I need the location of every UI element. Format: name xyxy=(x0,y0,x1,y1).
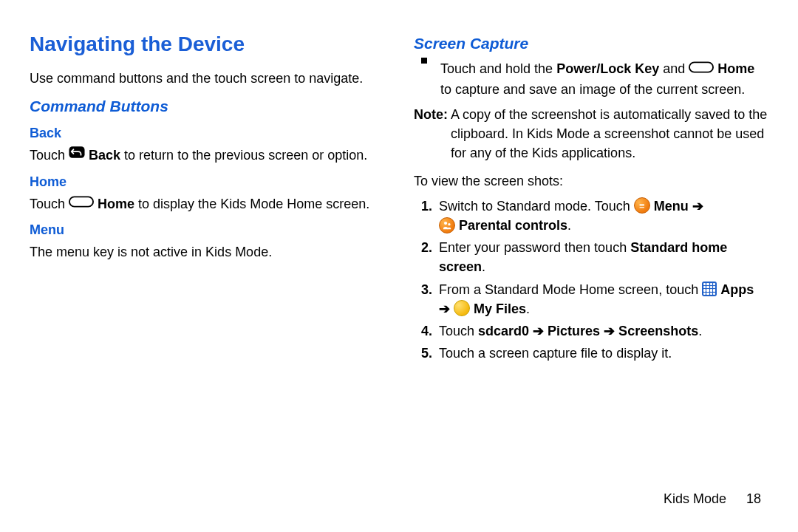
step-5: Touch a screen capture file to display i… xyxy=(436,344,768,363)
home-heading: Home xyxy=(30,172,384,191)
home-desc-pre: Touch xyxy=(30,197,69,211)
footer-section: Kids Mode xyxy=(664,491,726,506)
page-footer: Kids Mode 18 xyxy=(664,489,761,508)
menu-icon: ≡ xyxy=(634,197,650,214)
home-desc: Touch Home to display the Kids Mode Home… xyxy=(30,194,384,214)
note-block: Note: A copy of the screenshot is automa… xyxy=(414,105,768,163)
s1-pre: Switch to Standard mode. Touch xyxy=(439,199,634,214)
s4-pre: Touch xyxy=(439,324,478,338)
back-desc-pre: Touch xyxy=(30,148,69,163)
square-bullet-icon xyxy=(421,58,427,64)
to-view-label: To view the screen shots: xyxy=(414,171,768,191)
s3-period: . xyxy=(526,301,530,316)
myfiles-icon xyxy=(454,300,470,316)
intro-text: Use command buttons and the touch screen… xyxy=(30,69,384,88)
steps-list: Switch to Standard mode. Touch ≡ Menu ➔ … xyxy=(414,197,768,363)
s1-arrow: ➔ xyxy=(689,199,703,214)
svg-point-4 xyxy=(448,223,450,225)
bullet-pre: Touch and hold the xyxy=(440,61,556,76)
bullet-bold1: Power/Lock Key xyxy=(556,61,659,76)
s1-parental-bold: Parental controls xyxy=(459,218,567,233)
s2-pre: Enter your password then touch xyxy=(439,240,630,255)
note-text: A copy of the screenshot is automaticall… xyxy=(451,105,768,163)
page-title: Navigating the Device xyxy=(30,30,384,60)
apps-icon xyxy=(702,282,717,296)
bullet-mid: and xyxy=(659,61,689,76)
bullet-tail: to capture and save an image of the curr… xyxy=(440,82,745,97)
step-3: From a Standard Mode Home screen, touch … xyxy=(436,280,768,318)
step-1: Switch to Standard mode. Touch ≡ Menu ➔ … xyxy=(436,197,768,235)
capture-bullet: Touch and hold the Power/Lock Key and Ho… xyxy=(414,59,768,98)
back-heading: Back xyxy=(30,123,384,143)
step-4: Touch sdcard0 ➔ Pictures ➔ Screenshots. xyxy=(436,321,768,341)
command-buttons-heading: Command Buttons xyxy=(30,95,384,117)
svg-rect-1 xyxy=(69,197,93,206)
s3-pre: From a Standard Mode Home screen, touch xyxy=(439,282,702,297)
s4-period: . xyxy=(698,324,702,338)
note-label: Note: xyxy=(414,105,451,163)
back-desc-bold: Back xyxy=(89,148,120,163)
home-desc-bold: Home xyxy=(98,197,134,211)
parental-icon xyxy=(439,217,455,233)
footer-page-number: 18 xyxy=(746,491,761,506)
step-2: Enter your password then touch Standard … xyxy=(436,238,768,276)
home-pill-icon xyxy=(689,59,714,78)
home-pill-icon xyxy=(69,194,94,213)
screen-capture-heading: Screen Capture xyxy=(414,33,768,55)
left-column: Navigating the Device Use command button… xyxy=(30,30,384,502)
s4-bold: sdcard0 ➔ Pictures ➔ Screenshots xyxy=(478,324,698,338)
s3-apps-bold: Apps xyxy=(720,282,754,297)
s3-myfiles-bold: My Files xyxy=(474,301,526,316)
bullet-bold2: Home xyxy=(717,61,754,76)
back-desc: Touch Back to return to the previous scr… xyxy=(30,146,384,166)
svg-point-3 xyxy=(443,222,446,225)
s3-arrow: ➔ xyxy=(439,301,454,316)
home-desc-post: to display the Kids Mode Home screen. xyxy=(134,197,369,211)
svg-rect-2 xyxy=(689,62,713,72)
menu-heading: Menu xyxy=(30,220,384,239)
right-column: Screen Capture Touch and hold the Power/… xyxy=(414,30,768,502)
back-icon xyxy=(69,145,85,164)
menu-desc: The menu key is not active in Kids Mode. xyxy=(30,242,384,262)
back-desc-post: to return to the previous screen or opti… xyxy=(120,148,367,163)
s1-period: . xyxy=(567,218,571,233)
s2-period: . xyxy=(482,259,485,274)
s1-menu-bold: Menu xyxy=(654,199,689,214)
